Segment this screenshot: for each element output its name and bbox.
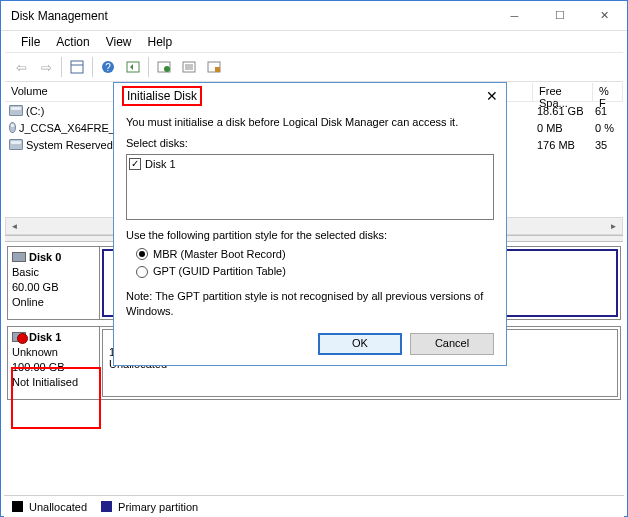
unallocated-swatch	[12, 501, 23, 512]
ok-button[interactable]: OK	[318, 333, 402, 355]
dialog-note: Note: The GPT partition style is not rec…	[126, 289, 494, 319]
disk0-label: Disk 0 Basic 60.00 GB Online	[8, 247, 100, 319]
col-pct[interactable]: % F	[593, 83, 623, 101]
menubar: File Action View Help	[5, 31, 623, 53]
radio-mbr[interactable]: MBR (Master Boot Record)	[136, 247, 494, 262]
col-volume[interactable]: Volume	[5, 83, 115, 101]
content-area: Volume La Free Spa... % F (C:) 18.61 GB …	[5, 82, 623, 494]
forward-icon[interactable]: ⇨	[34, 55, 58, 79]
back-icon[interactable]: ⇦	[9, 55, 33, 79]
prop-icon[interactable]	[202, 55, 226, 79]
disk-select-item[interactable]: Disk 1	[129, 157, 491, 172]
close-button[interactable]: ✕	[582, 1, 627, 30]
initialize-disk-dialog: Initialise Disk ✕ You must initialise a …	[113, 82, 507, 366]
primary-swatch	[101, 501, 112, 512]
titlebar[interactable]: Disk Management ─ ☐ ✕	[1, 1, 627, 31]
dialog-title: Initialise Disk	[122, 86, 202, 106]
refresh-icon[interactable]	[152, 55, 176, 79]
dialog-titlebar[interactable]: Initialise Disk ✕	[114, 83, 506, 109]
scroll-right-icon[interactable]: ►	[605, 218, 622, 234]
minimize-button[interactable]: ─	[492, 1, 537, 30]
drive-icon	[9, 139, 23, 150]
legend: Unallocated Primary partition	[4, 495, 624, 517]
drive-icon	[9, 105, 23, 116]
menu-view[interactable]: View	[98, 33, 140, 51]
list-icon[interactable]	[177, 55, 201, 79]
svg-rect-0	[71, 61, 83, 73]
scroll-left-icon[interactable]: ◄	[6, 218, 23, 234]
radio-icon[interactable]	[136, 248, 148, 260]
menu-action[interactable]: Action	[48, 33, 97, 51]
disk-select-list[interactable]: Disk 1	[126, 154, 494, 220]
annotation-disk1	[11, 367, 101, 429]
select-disks-label: Select disks:	[126, 137, 188, 149]
svg-point-6	[164, 66, 170, 72]
disc-icon	[9, 122, 16, 133]
maximize-button[interactable]: ☐	[537, 1, 582, 30]
radio-gpt[interactable]: GPT (GUID Partition Table)	[136, 264, 494, 279]
dialog-close-icon[interactable]: ✕	[486, 88, 498, 104]
menu-help[interactable]: Help	[140, 33, 181, 51]
radio-icon[interactable]	[136, 266, 148, 278]
cancel-button[interactable]: Cancel	[410, 333, 494, 355]
partition-style-label: Use the following partition style for th…	[126, 228, 494, 243]
menu-file[interactable]: File	[13, 33, 48, 51]
grid-icon[interactable]	[65, 55, 89, 79]
disk-icon	[12, 252, 26, 262]
svg-text:?: ?	[105, 62, 111, 73]
svg-rect-12	[215, 67, 220, 72]
show-icon[interactable]	[121, 55, 145, 79]
dialog-message: You must initialise a disk before Logica…	[126, 115, 494, 130]
help-icon[interactable]: ?	[96, 55, 120, 79]
col-free[interactable]: Free Spa...	[533, 83, 593, 101]
window-title: Disk Management	[11, 9, 492, 23]
toolbar: ⇦ ⇨ ?	[5, 53, 623, 82]
checkbox-icon[interactable]	[129, 158, 141, 170]
disk-error-icon	[12, 332, 26, 342]
